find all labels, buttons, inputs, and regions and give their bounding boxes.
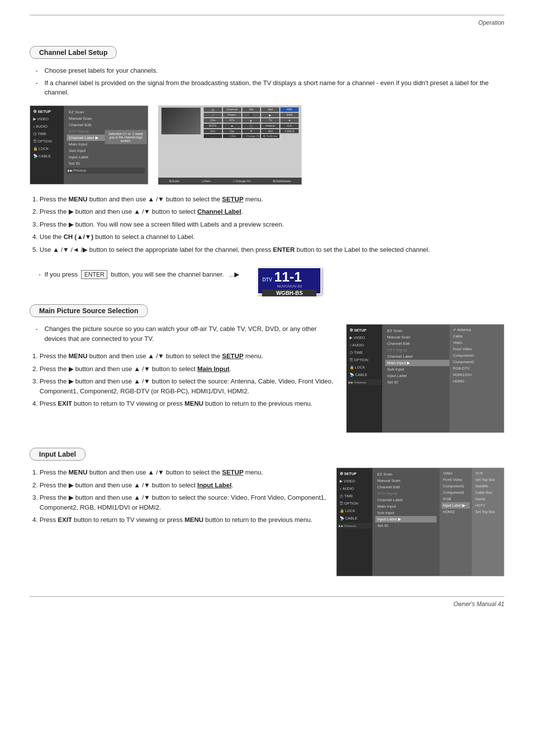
channel-grid-bottom: ⊞ Enter ◁ Rets ☆ Change Ch. ⊞ Add/Delete xyxy=(158,178,302,185)
main-step-4: Press EXIT button to return to TV viewin… xyxy=(40,399,336,409)
sidebar-cable: 📡 CABLE xyxy=(31,152,63,160)
source-sidebar: ⚙ SETUP ▶ VIDEO ♪ AUDIO ◷ TIME ☰ OPTION … xyxy=(347,325,382,432)
dtv-label: DTV xyxy=(262,277,272,283)
im-sub-input: Sub Input xyxy=(375,510,437,516)
grid-cell: ⬡ xyxy=(242,124,261,128)
il-step-1: Press the MENU button and then use ▲ /▼ … xyxy=(40,468,326,477)
menu-channel-edit: Channel Edit xyxy=(67,122,145,128)
grid-cell: CABLE xyxy=(280,129,299,133)
main-step-2: Press the ▶ button and then use ▲ /▼ but… xyxy=(40,364,336,374)
ss-option: ☰ OPTION xyxy=(348,356,381,364)
grid-cell: Gm xyxy=(280,124,299,128)
input-label-left: Press the MENU button and then use ▲ /▼ … xyxy=(30,468,326,576)
grid-cell: Channel xyxy=(223,107,241,112)
il-step-4: Press EXIT button to return to TV viewin… xyxy=(40,515,326,525)
ic1-rgb: RGB xyxy=(442,496,470,502)
grid-cell: Chan+ xyxy=(223,113,241,117)
enter-note: If you press ENTER button, you will see … xyxy=(40,270,239,280)
input-sidebar: ⚙ SETUP ▶ VIDEO ♪ AUDIO ◷ TIME ☰ OPTION … xyxy=(337,468,372,576)
input-right-cols: Video Front Video Component1 Component2 … xyxy=(440,468,504,576)
menu-set-id: Set ID xyxy=(67,160,145,167)
ic1-comp2: Component2 xyxy=(442,489,470,496)
exit-bold2: EXIT xyxy=(58,516,72,523)
menu-sidebar-left: ⚙ SETUP ▶ VIDEO ♪ AUDIO ◷ TIME ☰ OPTION … xyxy=(30,106,64,184)
im-channel-label: Channel Label xyxy=(375,497,437,503)
is-video: ▶ VIDEO xyxy=(338,477,371,485)
grid-cell: Gm xyxy=(204,129,222,133)
grid-cell: TV xyxy=(261,118,279,123)
sr-comp1: Component1 xyxy=(451,352,502,359)
ic2-set-top: Set Top Box xyxy=(474,476,502,483)
ic1-front-video: Front Video xyxy=(442,476,470,483)
exit-bold: EXIT xyxy=(58,400,72,407)
grid-cell: BATE xyxy=(204,124,222,128)
input-label-section: Input Label Press the MENU button and th… xyxy=(30,448,504,576)
main-picture-source-section: Main Picture Source Selection Changes th… xyxy=(30,304,504,433)
setup-bold4: SETUP xyxy=(222,469,243,476)
bullet-2: If a channel label is provided on the si… xyxy=(40,78,504,97)
im-channel-edit: Channel Edit xyxy=(375,484,437,490)
im-set-id: Set ID xyxy=(375,522,437,529)
grid-cell-active: ABC xyxy=(280,107,299,112)
sr-front-video: Front Video xyxy=(451,346,502,352)
sidebar-time: ◷ TIME xyxy=(31,130,63,138)
main-step-1: Press the MENU button and then use ▲ /▼ … xyxy=(40,351,336,361)
main-picture-left: Changes the picture source so you can wa… xyxy=(30,324,336,433)
grid-cell: — xyxy=(204,113,222,117)
ss-prev: ▶▶ Previous xyxy=(348,379,381,385)
input-label-content: Press the MENU button and then use ▲ /▼ … xyxy=(30,468,504,576)
top-rule xyxy=(30,15,504,15)
grid-cell: ◁ Ret xyxy=(223,134,241,138)
main-input-bold: Main Input xyxy=(197,365,229,373)
menu-sub-input: Sub Input xyxy=(67,147,145,154)
channel-label-grid: ◎ Channel Sat ddd ABC — Chan+ ⬛ ▶ DSS Ch… xyxy=(204,107,299,138)
menu-bold3: MENU xyxy=(184,400,203,407)
sr-comp2: Component2 xyxy=(451,359,502,365)
grid-cell: ▲ xyxy=(223,124,241,128)
main-picture-menu-screenshot: ⚙ SETUP ▶ VIDEO ♪ AUDIO ◷ TIME ☰ OPTION … xyxy=(346,324,504,433)
channel-preview xyxy=(161,107,201,135)
grid-cell: Sat xyxy=(223,129,241,133)
im-input-label: Input Label ▶ xyxy=(375,516,437,522)
ic2-set-top2: Set Top Box xyxy=(474,509,502,515)
il-step-3: Press the ▶ button and then use ▲ /▼ but… xyxy=(40,493,326,512)
channel-label-steps: Press the MENU button and then use ▲ /▼ … xyxy=(40,194,504,255)
input-label-steps: Press the MENU button and then use ▲ /▼ … xyxy=(40,468,326,525)
grid-cell: Hddme xyxy=(261,124,279,128)
sr-antenna: Antenna xyxy=(451,327,502,333)
sidebar-lock: 🔒 LOCK xyxy=(31,145,63,152)
grid-cell: ◈ xyxy=(242,118,261,123)
menu-manual-scan: Manual Scan xyxy=(67,115,145,122)
step-2: Press the ▶ button and then use ▲ /▼ but… xyxy=(40,207,504,217)
ic1-hdmi2: HDMI2 xyxy=(442,509,470,515)
grid-cell: ☆ Change Ch xyxy=(242,134,261,138)
channel-label-setup-section: Channel Label Setup Choose preset labels… xyxy=(30,46,504,289)
menu-bold4: MENU xyxy=(69,469,88,476)
step-3: Press the ▶ button. You will now see a s… xyxy=(40,220,504,230)
bottom-bar-change: ☆ Change Ch. xyxy=(232,179,252,183)
channel-label-grid-screenshot: ◎ Channel Sat ddd ABC — Chan+ ⬛ ▶ DSS Ch… xyxy=(158,105,302,185)
grid-cell: ⊞ Sel/Enter xyxy=(261,134,279,138)
ic1-input-label: Input Label ▶ xyxy=(442,502,470,509)
ic2-vcr: VCR xyxy=(474,470,502,476)
grid-cell: DTv xyxy=(223,118,241,123)
grid-cell: ddd xyxy=(261,107,279,112)
step-1: Press the MENU button and then use ▲ /▼ … xyxy=(40,194,504,204)
ic2-satellite: Satellite xyxy=(474,483,502,489)
grid-cell: Chn xyxy=(204,118,222,123)
sidebar-audio: ♪ AUDIO xyxy=(31,123,63,130)
menu-ez-scan: EZ Scan xyxy=(67,109,145,115)
is-time: ◷ TIME xyxy=(338,492,371,500)
menu-bold2: MENU xyxy=(69,352,88,360)
grid-cell: ▼ xyxy=(242,129,261,133)
channel-label-menu-main: EZ Scan Manual Scan Channel Edit DTV Sig… xyxy=(64,106,148,184)
is-audio: ♪ AUDIO xyxy=(338,485,371,492)
channel-label-callout: Selection C+ or -1 leads you to the chan… xyxy=(105,130,147,144)
menu-bold5: MENU xyxy=(184,516,203,523)
il-step-2: Press the ▶ button and then use ▲ /▼ but… xyxy=(40,480,326,490)
channel-label-menu-screenshot: ⚙ SETUP ▶ VIDEO ♪ AUDIO ◷ TIME ☰ OPTION … xyxy=(30,105,148,185)
grid-cell: Sat xyxy=(242,107,261,112)
input-label-title: Input Label xyxy=(30,448,86,461)
channel-label-images: ⚙ SETUP ▶ VIDEO ♪ AUDIO ◷ TIME ☰ OPTION … xyxy=(30,105,504,185)
main-picture-source-title: Main Picture Source Selection xyxy=(30,304,148,317)
